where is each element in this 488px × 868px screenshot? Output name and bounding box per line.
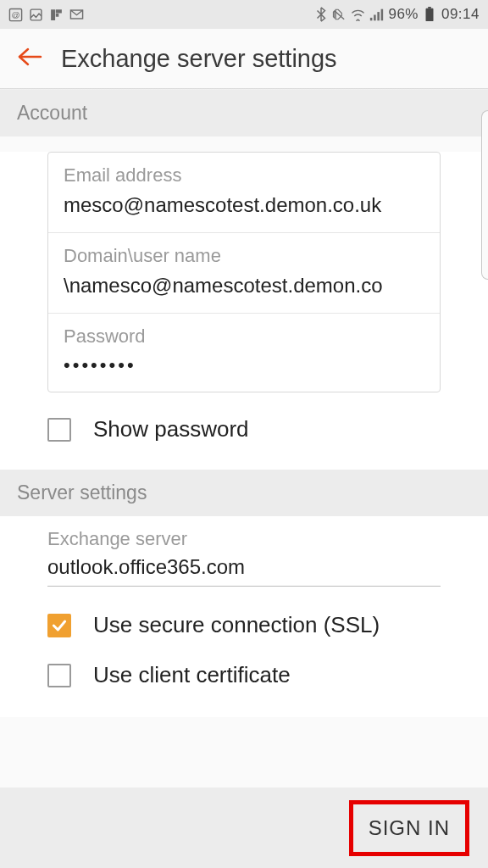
- flipboard-icon: [49, 8, 64, 22]
- signin-highlight: SIGN IN: [349, 800, 469, 856]
- app-header: Exchange server settings: [0, 29, 488, 88]
- domain-row[interactable]: Domain\user name \namesco@namescotest.de…: [48, 233, 440, 314]
- email-value: mesco@namescotest.demon.co.uk: [64, 193, 424, 217]
- battery-icon: [423, 8, 437, 22]
- signal-icon: [369, 8, 384, 22]
- battery-percent: 96%: [388, 6, 419, 23]
- signin-button[interactable]: SIGN IN: [369, 816, 450, 840]
- svg-rect-10: [429, 7, 432, 8]
- svg-rect-9: [426, 8, 434, 21]
- domain-value: \namesco@namescotest.demon.co: [64, 274, 424, 298]
- show-password-label: Show password: [93, 416, 249, 442]
- status-left-icons: @: [8, 8, 84, 22]
- wifi-icon: [351, 8, 365, 22]
- edge-panel-handle[interactable]: [481, 110, 488, 280]
- ssl-label: Use secure connection (SSL): [93, 612, 380, 638]
- exchange-value: outlook.office365.com: [47, 555, 441, 587]
- svg-rect-5: [370, 17, 373, 19]
- show-password-row[interactable]: Show password: [0, 408, 488, 461]
- account-card: Email address mesco@namescotest.demon.co…: [47, 152, 441, 392]
- show-password-checkbox[interactable]: [47, 418, 71, 442]
- password-value: ••••••••: [64, 354, 424, 376]
- footer-bar: SIGN IN: [0, 787, 488, 868]
- email-label: Email address: [64, 164, 424, 186]
- clock: 09:14: [441, 6, 480, 23]
- svg-text:@: @: [11, 10, 19, 19]
- svg-rect-7: [378, 12, 380, 20]
- bluetooth-icon: [313, 8, 328, 22]
- svg-rect-8: [381, 8, 384, 20]
- page-title: Exchange server settings: [61, 45, 337, 73]
- domain-label: Domain\user name: [64, 245, 424, 267]
- status-right-icons: 96% 09:14: [313, 6, 480, 23]
- password-row[interactable]: Password ••••••••: [48, 314, 440, 392]
- svg-rect-6: [374, 14, 377, 20]
- status-bar: @ 96% 09:14: [0, 0, 488, 29]
- image-icon: [29, 8, 43, 22]
- at-icon: @: [8, 8, 23, 22]
- client-cert-label: Use client certificate: [93, 662, 291, 688]
- exchange-server-field[interactable]: Exchange server outlook.office365.com: [0, 516, 488, 590]
- mail-icon: [69, 8, 84, 22]
- section-header-account: Account: [0, 90, 488, 136]
- password-label: Password: [64, 326, 424, 348]
- back-arrow-icon[interactable]: [17, 46, 42, 71]
- email-row[interactable]: Email address mesco@namescotest.demon.co…: [48, 153, 440, 233]
- ssl-checkbox[interactable]: [47, 614, 71, 637]
- vibrate-icon: [332, 8, 347, 22]
- client-cert-row[interactable]: Use client certificate: [0, 650, 488, 709]
- ssl-row[interactable]: Use secure connection (SSL): [0, 590, 488, 650]
- exchange-label: Exchange server: [47, 528, 441, 550]
- section-header-server: Server settings: [0, 470, 488, 516]
- client-cert-checkbox[interactable]: [47, 664, 71, 687]
